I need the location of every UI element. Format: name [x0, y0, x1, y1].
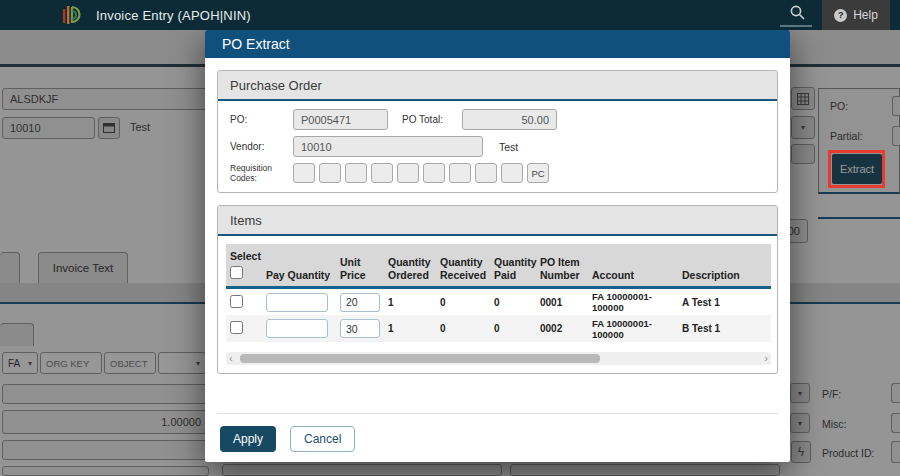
scroll-left-icon[interactable]: ‹ [229, 352, 233, 365]
po-total-input[interactable] [462, 109, 557, 130]
select-all-checkbox[interactable] [230, 266, 243, 279]
quantity-paid-value: 0 [490, 288, 536, 316]
requisition-code-box[interactable] [423, 163, 445, 183]
unit-price-input[interactable] [340, 319, 380, 338]
column-select: Select [226, 244, 262, 288]
po-input[interactable] [293, 109, 388, 130]
extract-highlight-annotation [828, 150, 885, 188]
po-item-number-value: 0001 [536, 288, 588, 316]
account-value: FA 10000001-100000 [588, 315, 678, 342]
pay-quantity-input[interactable] [266, 319, 328, 338]
help-label: Help [853, 8, 878, 22]
items-section-header: Items [218, 206, 777, 236]
column-pay-quantity: Pay Quantity [262, 244, 336, 288]
requisition-code-box-pc[interactable]: PC [527, 163, 549, 183]
requisition-code-box[interactable] [501, 163, 523, 183]
purchase-order-section-title: Purchase Order [230, 78, 322, 93]
quantity-ordered-value: 1 [384, 288, 436, 316]
description-value: B Test 1 [678, 315, 771, 342]
column-quantity-paid: Quantity Paid [490, 244, 536, 288]
quantity-ordered-value: 1 [384, 315, 436, 342]
apply-button[interactable]: Apply [220, 426, 276, 452]
vendor-label: Vendor: [230, 141, 293, 152]
row-select-checkbox[interactable] [230, 321, 243, 334]
purchase-order-section: Purchase Order PO: PO Total: Vendor: Tes… [217, 70, 778, 193]
account-value: FA 10000001-100000 [588, 288, 678, 316]
pay-quantity-input[interactable] [266, 293, 328, 312]
horizontal-scrollbar[interactable]: ‹ › [226, 352, 771, 365]
search-underline [780, 25, 812, 27]
modal-title: PO Extract [222, 36, 290, 52]
requisition-code-box[interactable] [397, 163, 419, 183]
requisition-code-box[interactable] [475, 163, 497, 183]
row-select-checkbox[interactable] [230, 295, 243, 308]
column-select-label: Select [230, 250, 260, 263]
column-unit-price: Unit Price [336, 244, 384, 288]
vendor-name-text: Test [499, 141, 518, 153]
po-item-number-value: 0002 [536, 315, 588, 342]
column-quantity-received: Quantity Received [436, 244, 490, 288]
quantity-paid-value: 0 [490, 315, 536, 342]
items-section: Items Select Pa [217, 205, 778, 374]
column-description: Description [678, 244, 771, 288]
search-button[interactable] [782, 4, 812, 25]
requisition-code-box[interactable] [449, 163, 471, 183]
app-header: Invoice Entry (APOH|NIN) ? Help [0, 0, 900, 30]
scrollbar-thumb[interactable] [240, 354, 600, 363]
requisition-code-box[interactable] [371, 163, 393, 183]
modal-body: Purchase Order PO: PO Total: Vendor: Tes… [205, 58, 790, 387]
help-icon: ? [834, 9, 847, 22]
scroll-right-icon[interactable]: › [764, 352, 768, 365]
unit-price-input[interactable] [340, 293, 380, 312]
table-row: 1 0 0 0001 FA 10000001-100000 A Test 1 [226, 288, 771, 316]
quantity-received-value: 0 [436, 288, 490, 316]
items-section-title: Items [230, 213, 262, 228]
column-quantity-ordered: Quantity Ordered [384, 244, 436, 288]
description-value: A Test 1 [678, 288, 771, 316]
vendor-input[interactable] [293, 136, 483, 157]
po-label: PO: [230, 114, 293, 125]
quantity-received-value: 0 [436, 315, 490, 342]
items-table: Select Pay Quantity Unit Price Quantity … [226, 244, 771, 342]
requisition-code-box[interactable] [345, 163, 367, 183]
table-row: 1 0 0 0002 FA 10000001-100000 B Test 1 [226, 315, 771, 342]
po-total-label: PO Total: [402, 114, 462, 125]
help-button[interactable]: ? Help [822, 0, 890, 30]
app-logo-icon [62, 3, 86, 27]
purchase-order-section-header: Purchase Order [218, 71, 777, 101]
screen: Test ▾ PO: Partial: Extract Invoice Text… [0, 0, 900, 476]
modal-footer: Apply Cancel [217, 413, 778, 462]
po-extract-modal: PO Extract Purchase Order PO: PO Total: … [205, 30, 790, 462]
search-icon [789, 4, 806, 21]
requisition-code-box[interactable] [319, 163, 341, 183]
column-account: Account [588, 244, 678, 288]
modal-header: PO Extract [205, 30, 790, 58]
column-po-item-number: PO Item Number [536, 244, 588, 288]
app-title: Invoice Entry (APOH|NIN) [96, 8, 251, 23]
requisition-code-box[interactable] [293, 163, 315, 183]
cancel-button[interactable]: Cancel [290, 426, 355, 452]
requisition-codes-label: Requisition Codes: [230, 163, 293, 183]
